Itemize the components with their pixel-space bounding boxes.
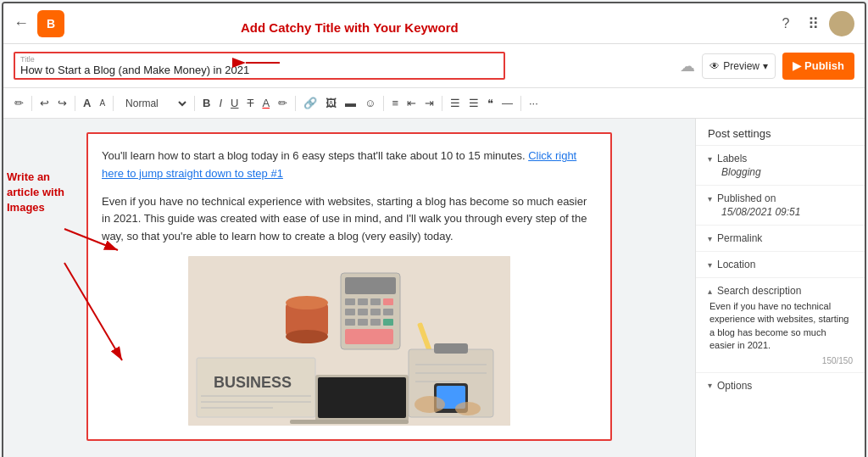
title-input-wrap: Title bbox=[14, 52, 505, 80]
location-header[interactable]: ▾ Location bbox=[708, 259, 853, 270]
more-options-button[interactable]: ··· bbox=[526, 95, 541, 111]
permalink-section[interactable]: ▾ Permalink bbox=[696, 225, 865, 251]
labels-label: Labels bbox=[717, 153, 747, 164]
apps-icon[interactable]: ⠿ bbox=[808, 14, 819, 33]
image-button[interactable]: 🖼 bbox=[323, 95, 339, 111]
search-description-text: Even if you have no technical experience… bbox=[708, 300, 853, 353]
char-count: 150/150 bbox=[708, 356, 853, 365]
editor-toolbar: ✏ ↩ ↪ A A Normal Heading 1 B I U T A ✏ 🔗… bbox=[3, 88, 865, 119]
blogger-logo: B bbox=[37, 10, 64, 37]
title-label: Title bbox=[20, 55, 498, 64]
sidebar: Post settings ▾ Labels Blogging Select o… bbox=[695, 119, 865, 457]
options-header[interactable]: ▾ Options bbox=[708, 380, 853, 392]
svg-rect-18 bbox=[370, 309, 381, 315]
options-label: Options bbox=[717, 380, 752, 392]
video-button[interactable]: ▬ bbox=[342, 95, 359, 111]
svg-rect-22 bbox=[370, 319, 381, 326]
indent-right-button[interactable]: ⇥ bbox=[422, 95, 437, 111]
font-color-button[interactable]: A bbox=[259, 95, 272, 111]
svg-rect-32 bbox=[434, 343, 468, 354]
editor-paragraph-2: Even if you have no technical experience… bbox=[102, 193, 597, 246]
align-button[interactable]: ≡ bbox=[389, 95, 401, 111]
avatar[interactable] bbox=[829, 11, 854, 36]
dropdown-arrow-icon: ▾ bbox=[763, 60, 768, 72]
permalink-header[interactable]: ▾ Permalink bbox=[708, 232, 853, 244]
svg-rect-21 bbox=[358, 319, 368, 326]
editor-content[interactable]: You'll learn how to start a blog today i… bbox=[86, 132, 612, 441]
location-chevron: ▾ bbox=[708, 260, 712, 270]
desk-scene-svg: BUSINESS bbox=[188, 256, 510, 426]
options-chevron: ▾ bbox=[708, 381, 712, 390]
svg-rect-41 bbox=[318, 377, 406, 418]
svg-rect-23 bbox=[383, 319, 393, 326]
svg-rect-20 bbox=[345, 319, 355, 326]
cloud-save-icon: ☁ bbox=[680, 57, 695, 75]
emoji-button[interactable]: ☺ bbox=[362, 95, 378, 111]
location-section[interactable]: ▾ Location bbox=[696, 251, 865, 277]
labels-value: Blogging bbox=[708, 166, 853, 178]
svg-point-27 bbox=[286, 330, 328, 343]
published-label: Published on bbox=[717, 192, 776, 204]
undo-button[interactable]: ↩ bbox=[37, 95, 52, 111]
hr-button[interactable]: — bbox=[499, 95, 515, 111]
redo-button[interactable]: ↪ bbox=[55, 95, 70, 111]
indent-left-button[interactable]: ⇤ bbox=[404, 95, 419, 111]
strikethrough-button[interactable]: T bbox=[244, 95, 256, 111]
location-label: Location bbox=[717, 259, 755, 270]
bullet-list-button[interactable]: ☰ bbox=[448, 95, 463, 111]
editor-area: Write anarticle withImages bbox=[3, 119, 695, 457]
svg-rect-15 bbox=[383, 298, 393, 305]
svg-rect-13 bbox=[358, 298, 368, 305]
pencil-button[interactable]: ✏ bbox=[12, 95, 26, 111]
permalink-label: Permalink bbox=[717, 232, 762, 244]
help-button[interactable]: ? bbox=[774, 12, 798, 36]
published-on-section[interactable]: ▾ Published on 15/08/2021 09:51 bbox=[696, 185, 865, 225]
svg-rect-11 bbox=[345, 277, 396, 294]
svg-rect-42 bbox=[290, 420, 409, 424]
svg-rect-14 bbox=[370, 298, 381, 305]
svg-rect-12 bbox=[345, 298, 355, 305]
quote-button[interactable]: ❝ bbox=[485, 95, 496, 111]
write-article-annotation: Write anarticle withImages bbox=[7, 170, 64, 216]
svg-rect-16 bbox=[345, 309, 355, 315]
svg-rect-17 bbox=[358, 309, 368, 315]
post-settings-title: Post settings bbox=[696, 119, 865, 145]
svg-point-38 bbox=[415, 396, 445, 413]
published-chevron: ▾ bbox=[708, 194, 712, 203]
text-size-button[interactable]: A bbox=[97, 97, 108, 109]
link-button[interactable]: 🔗 bbox=[301, 95, 320, 111]
highlight-button[interactable]: ✏ bbox=[275, 95, 290, 111]
svg-point-28 bbox=[286, 296, 328, 309]
svg-rect-24 bbox=[345, 329, 393, 344]
back-button[interactable]: ← bbox=[14, 14, 29, 32]
search-description-header[interactable]: ▴ Search description bbox=[708, 285, 853, 297]
publish-button[interactable]: ▶ Publish bbox=[782, 53, 854, 80]
search-description-section[interactable]: ▴ Search description Even if you have no… bbox=[696, 277, 865, 372]
text-format-button[interactable]: A bbox=[81, 95, 93, 111]
permalink-chevron: ▾ bbox=[708, 234, 712, 243]
labels-chevron: ▾ bbox=[708, 154, 712, 164]
italic-button[interactable]: I bbox=[216, 95, 225, 111]
title-input[interactable] bbox=[20, 64, 498, 76]
blog-image: BUSINESS bbox=[188, 256, 510, 426]
numbered-list-button[interactable]: ☰ bbox=[466, 95, 481, 111]
svg-text:BUSINESS: BUSINESS bbox=[214, 374, 292, 391]
search-desc-chevron: ▴ bbox=[708, 287, 712, 296]
style-dropdown[interactable]: Normal Heading 1 bbox=[119, 95, 189, 112]
publish-play-icon: ▶ bbox=[793, 59, 801, 72]
options-section[interactable]: ▾ Options bbox=[696, 372, 865, 398]
eye-icon: 👁 bbox=[709, 60, 720, 72]
preview-button[interactable]: 👁 Preview ▾ bbox=[702, 53, 776, 79]
svg-point-39 bbox=[455, 402, 481, 415]
published-on-header[interactable]: ▾ Published on bbox=[708, 192, 853, 204]
labels-section[interactable]: ▾ Labels Blogging Select or Createa Labe… bbox=[696, 145, 865, 185]
svg-rect-19 bbox=[383, 309, 393, 315]
labels-header[interactable]: ▾ Labels bbox=[708, 153, 853, 164]
underline-button[interactable]: U bbox=[228, 95, 241, 111]
published-value: 15/08/2021 09:51 bbox=[708, 206, 853, 218]
search-desc-label: Search description bbox=[717, 285, 801, 297]
editor-paragraph-1: You'll learn how to start a blog today i… bbox=[102, 148, 597, 183]
bold-button[interactable]: B bbox=[200, 95, 213, 111]
